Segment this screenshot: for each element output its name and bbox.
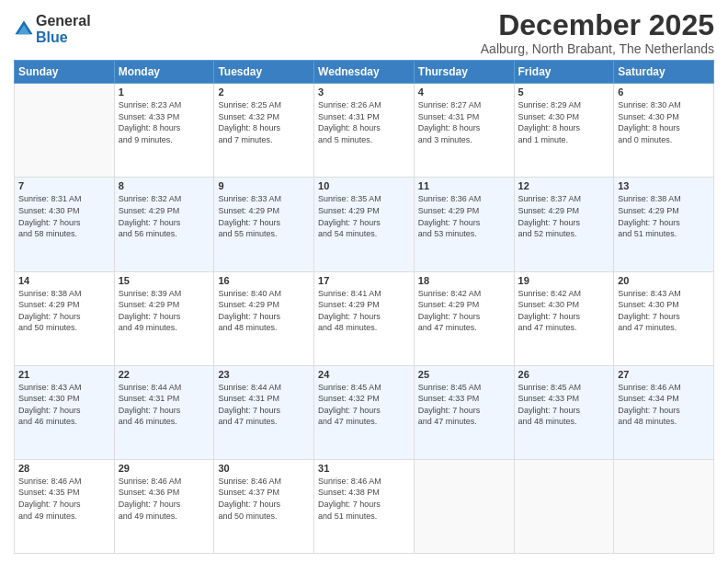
calendar-header-wednesday: Wednesday <box>314 61 415 84</box>
day-number: 30 <box>218 463 310 474</box>
logo: General Blue <box>14 13 91 45</box>
calendar-cell: 1Sunrise: 8:23 AM Sunset: 4:33 PM Daylig… <box>114 84 214 178</box>
calendar-header-sunday: Sunday <box>15 61 115 84</box>
day-number: 4 <box>418 86 510 98</box>
day-number: 6 <box>618 86 710 98</box>
calendar-cell: 16Sunrise: 8:40 AM Sunset: 4:29 PM Dayli… <box>214 271 314 365</box>
calendar-cell: 22Sunrise: 8:44 AM Sunset: 4:31 PM Dayli… <box>114 365 214 459</box>
day-number: 12 <box>518 180 610 191</box>
day-info: Sunrise: 8:27 AM Sunset: 4:31 PM Dayligh… <box>418 99 510 145</box>
day-number: 31 <box>318 463 410 474</box>
day-info: Sunrise: 8:46 AM Sunset: 4:36 PM Dayligh… <box>119 476 210 522</box>
calendar-cell <box>514 459 614 553</box>
calendar-cell: 6Sunrise: 8:30 AM Sunset: 4:30 PM Daylig… <box>614 84 714 178</box>
calendar-header-row: SundayMondayTuesdayWednesdayThursdayFrid… <box>15 61 714 84</box>
day-info: Sunrise: 8:46 AM Sunset: 4:37 PM Dayligh… <box>218 476 310 522</box>
day-info: Sunrise: 8:43 AM Sunset: 4:30 PM Dayligh… <box>18 382 110 428</box>
day-info: Sunrise: 8:23 AM Sunset: 4:33 PM Dayligh… <box>119 99 210 145</box>
day-number: 11 <box>418 180 510 191</box>
day-info: Sunrise: 8:37 AM Sunset: 4:29 PM Dayligh… <box>518 193 610 239</box>
calendar-cell: 24Sunrise: 8:45 AM Sunset: 4:32 PM Dayli… <box>314 365 415 459</box>
calendar-cell: 27Sunrise: 8:46 AM Sunset: 4:34 PM Dayli… <box>614 365 714 459</box>
page: General Blue December 2025 Aalburg, Nort… <box>0 0 728 563</box>
day-info: Sunrise: 8:43 AM Sunset: 4:30 PM Dayligh… <box>618 288 710 334</box>
day-info: Sunrise: 8:25 AM Sunset: 4:32 PM Dayligh… <box>218 99 310 145</box>
day-info: Sunrise: 8:46 AM Sunset: 4:35 PM Dayligh… <box>18 476 110 522</box>
calendar-week-row: 21Sunrise: 8:43 AM Sunset: 4:30 PM Dayli… <box>15 365 714 459</box>
calendar-cell: 2Sunrise: 8:25 AM Sunset: 4:32 PM Daylig… <box>214 84 314 178</box>
day-info: Sunrise: 8:29 AM Sunset: 4:30 PM Dayligh… <box>518 99 610 145</box>
day-info: Sunrise: 8:46 AM Sunset: 4:38 PM Dayligh… <box>318 476 410 522</box>
day-number: 9 <box>218 180 310 191</box>
calendar-cell: 13Sunrise: 8:38 AM Sunset: 4:29 PM Dayli… <box>614 178 714 271</box>
day-info: Sunrise: 8:36 AM Sunset: 4:29 PM Dayligh… <box>418 193 510 239</box>
day-info: Sunrise: 8:46 AM Sunset: 4:34 PM Dayligh… <box>618 382 710 428</box>
logo-blue: Blue <box>36 29 91 46</box>
day-number: 29 <box>119 463 210 474</box>
calendar-week-row: 14Sunrise: 8:38 AM Sunset: 4:29 PM Dayli… <box>15 271 714 365</box>
day-number: 23 <box>218 369 310 380</box>
day-info: Sunrise: 8:42 AM Sunset: 4:29 PM Dayligh… <box>418 288 510 334</box>
calendar-cell: 17Sunrise: 8:41 AM Sunset: 4:29 PM Dayli… <box>314 271 415 365</box>
day-number: 27 <box>618 369 710 380</box>
calendar-cell: 25Sunrise: 8:45 AM Sunset: 4:33 PM Dayli… <box>414 365 514 459</box>
day-info: Sunrise: 8:30 AM Sunset: 4:30 PM Dayligh… <box>618 99 710 145</box>
day-number: 5 <box>518 86 610 98</box>
calendar-week-row: 28Sunrise: 8:46 AM Sunset: 4:35 PM Dayli… <box>15 459 714 553</box>
day-number: 26 <box>518 369 610 380</box>
calendar-cell: 21Sunrise: 8:43 AM Sunset: 4:30 PM Dayli… <box>15 365 115 459</box>
calendar-cell: 11Sunrise: 8:36 AM Sunset: 4:29 PM Dayli… <box>414 178 514 271</box>
day-info: Sunrise: 8:45 AM Sunset: 4:32 PM Dayligh… <box>318 382 410 428</box>
calendar-cell: 5Sunrise: 8:29 AM Sunset: 4:30 PM Daylig… <box>514 84 614 178</box>
day-number: 25 <box>418 369 510 380</box>
logo-icon <box>14 19 34 40</box>
day-number: 13 <box>618 180 710 191</box>
day-number: 1 <box>119 86 210 98</box>
day-number: 7 <box>18 180 110 191</box>
calendar-cell: 18Sunrise: 8:42 AM Sunset: 4:29 PM Dayli… <box>414 271 514 365</box>
day-number: 16 <box>218 275 310 286</box>
logo-text: General Blue <box>36 13 91 45</box>
day-info: Sunrise: 8:40 AM Sunset: 4:29 PM Dayligh… <box>218 288 310 334</box>
calendar-cell: 8Sunrise: 8:32 AM Sunset: 4:29 PM Daylig… <box>114 178 214 271</box>
day-info: Sunrise: 8:44 AM Sunset: 4:31 PM Dayligh… <box>218 382 310 428</box>
calendar-cell: 15Sunrise: 8:39 AM Sunset: 4:29 PM Dayli… <box>114 271 214 365</box>
day-info: Sunrise: 8:45 AM Sunset: 4:33 PM Dayligh… <box>418 382 510 428</box>
calendar-cell: 29Sunrise: 8:46 AM Sunset: 4:36 PM Dayli… <box>114 459 214 553</box>
day-number: 2 <box>218 86 310 98</box>
day-info: Sunrise: 8:38 AM Sunset: 4:29 PM Dayligh… <box>18 288 110 334</box>
day-info: Sunrise: 8:33 AM Sunset: 4:29 PM Dayligh… <box>218 193 310 239</box>
day-number: 15 <box>119 275 210 286</box>
calendar-cell: 28Sunrise: 8:46 AM Sunset: 4:35 PM Dayli… <box>15 459 115 553</box>
calendar-header-tuesday: Tuesday <box>214 61 314 84</box>
calendar-cell: 4Sunrise: 8:27 AM Sunset: 4:31 PM Daylig… <box>414 84 514 178</box>
calendar-cell: 31Sunrise: 8:46 AM Sunset: 4:38 PM Dayli… <box>314 459 415 553</box>
logo-general: General <box>36 13 91 29</box>
calendar-header-saturday: Saturday <box>614 61 714 84</box>
calendar-cell: 26Sunrise: 8:45 AM Sunset: 4:33 PM Dayli… <box>514 365 614 459</box>
day-info: Sunrise: 8:39 AM Sunset: 4:29 PM Dayligh… <box>119 288 210 334</box>
calendar-cell <box>15 84 115 178</box>
day-number: 24 <box>318 369 410 380</box>
day-number: 17 <box>318 275 410 286</box>
calendar-cell: 20Sunrise: 8:43 AM Sunset: 4:30 PM Dayli… <box>614 271 714 365</box>
header: General Blue December 2025 Aalburg, Nort… <box>14 9 714 56</box>
calendar-week-row: 1Sunrise: 8:23 AM Sunset: 4:33 PM Daylig… <box>15 84 714 178</box>
day-number: 3 <box>318 86 410 98</box>
calendar-header-friday: Friday <box>514 61 614 84</box>
day-number: 19 <box>518 275 610 286</box>
day-info: Sunrise: 8:31 AM Sunset: 4:30 PM Dayligh… <box>18 193 110 239</box>
day-info: Sunrise: 8:32 AM Sunset: 4:29 PM Dayligh… <box>119 193 210 239</box>
day-info: Sunrise: 8:44 AM Sunset: 4:31 PM Dayligh… <box>119 382 210 428</box>
calendar-header-monday: Monday <box>114 61 214 84</box>
day-info: Sunrise: 8:42 AM Sunset: 4:30 PM Dayligh… <box>518 288 610 334</box>
calendar-cell <box>614 459 714 553</box>
calendar-cell: 9Sunrise: 8:33 AM Sunset: 4:29 PM Daylig… <box>214 178 314 271</box>
day-number: 8 <box>119 180 210 191</box>
calendar-cell: 3Sunrise: 8:26 AM Sunset: 4:31 PM Daylig… <box>314 84 415 178</box>
day-number: 22 <box>119 369 210 380</box>
calendar-cell <box>414 459 514 553</box>
day-info: Sunrise: 8:38 AM Sunset: 4:29 PM Dayligh… <box>618 193 710 239</box>
day-info: Sunrise: 8:41 AM Sunset: 4:29 PM Dayligh… <box>318 288 410 334</box>
calendar-cell: 19Sunrise: 8:42 AM Sunset: 4:30 PM Dayli… <box>514 271 614 365</box>
